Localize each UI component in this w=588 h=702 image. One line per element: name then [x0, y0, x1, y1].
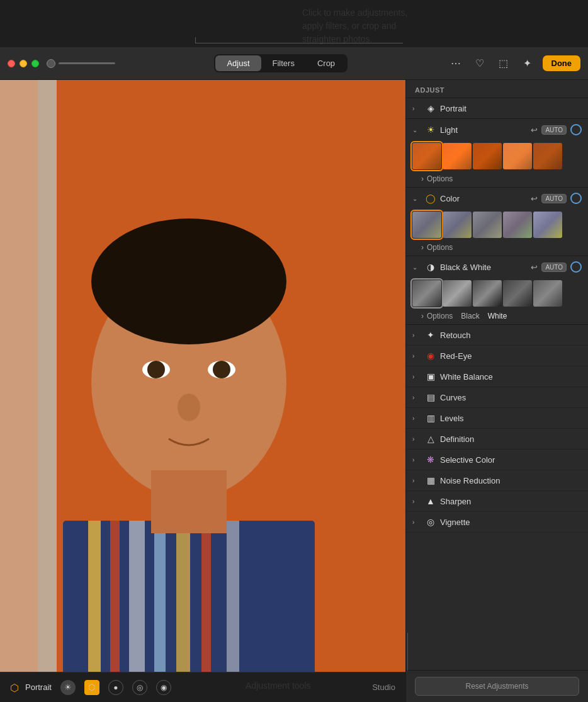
light-thumbnails: [406, 140, 588, 173]
section-portrait-header[interactable]: › ◈ Portrait: [406, 98, 588, 118]
crop-rotate-button[interactable]: ⬚: [495, 55, 512, 72]
bw-options-row[interactable]: › Options Black White: [406, 310, 588, 324]
tab-group: Adjust Filters Crop: [214, 54, 348, 72]
color-options-row[interactable]: › Options: [406, 242, 588, 256]
done-button[interactable]: Done: [543, 55, 581, 71]
color-thumb-5[interactable]: [533, 212, 562, 238]
retouch-label: Retouch: [440, 331, 470, 340]
bw-options-label: Options: [427, 312, 453, 320]
color-thumb-1[interactable]: [412, 212, 441, 238]
section-sharpen[interactable]: › ▲ Sharpen: [406, 491, 588, 512]
color-options-chevron-icon: ›: [421, 243, 424, 252]
svg-point-18: [213, 361, 230, 378]
chevron-down-bw-icon: ⌄: [412, 264, 421, 271]
color-thumbnails: [406, 209, 588, 242]
tab-adjust[interactable]: Adjust: [215, 55, 261, 71]
color-toggle-btn[interactable]: [570, 193, 582, 204]
selectivecolor-label: Selective Color: [440, 455, 495, 465]
light-toggle-btn[interactable]: [570, 124, 582, 135]
circle3-tool-btn[interactable]: ◉: [156, 680, 171, 695]
bw-thumb-4[interactable]: [503, 280, 532, 307]
section-noisereduction[interactable]: › ▦ Noise Reduction: [406, 470, 588, 491]
light-thumb-3[interactable]: [473, 143, 502, 169]
section-whitebalance[interactable]: › ▣ White Balance: [406, 366, 588, 387]
bw-options-white: White: [488, 312, 507, 320]
svg-rect-9: [176, 521, 190, 672]
svg-rect-5: [88, 521, 101, 672]
color-section-label: Color: [440, 194, 527, 203]
bw-auto-badge[interactable]: AUTO: [541, 263, 567, 272]
tab-filters[interactable]: Filters: [261, 55, 306, 71]
traffic-lights: [8, 60, 39, 67]
whitebalance-icon: ▣: [425, 371, 436, 382]
svg-point-19: [178, 393, 200, 421]
main-content: ⬡ Portrait ☀ ⬡ ● ◎ ◉ Studio ADJUST › ◈ P…: [0, 80, 588, 702]
heart-button[interactable]: ♡: [471, 55, 489, 72]
light-section-label: Light: [440, 125, 527, 135]
light-thumb-2[interactable]: [443, 143, 472, 169]
color-controls: ↩ AUTO: [531, 193, 582, 204]
light-options-row[interactable]: › Options: [406, 173, 588, 187]
light-thumb-5[interactable]: [533, 143, 562, 169]
color-thumb-3[interactable]: [473, 212, 502, 238]
sidebar: ADJUST › ◈ Portrait ⌄ ☀ Light ↩ AUTO: [405, 80, 588, 702]
cube-tool-btn[interactable]: ⬡: [84, 680, 99, 695]
color-auto-badge[interactable]: AUTO: [541, 194, 567, 203]
section-retouch[interactable]: › ✦ Retouch: [406, 325, 588, 346]
circle2-tool-btn[interactable]: ◎: [132, 680, 147, 695]
annotation-text: Adjustment tools: [246, 681, 311, 691]
bw-thumb-2[interactable]: [443, 280, 472, 307]
bw-thumb-1[interactable]: [412, 280, 441, 307]
maximize-button[interactable]: [31, 60, 39, 67]
section-light-header[interactable]: ⌄ ☀ Light ↩ AUTO: [406, 119, 588, 140]
light-undo-btn[interactable]: ↩: [531, 125, 538, 135]
definition-icon: △: [425, 434, 436, 444]
reset-adjustments-button[interactable]: Reset Adjustments: [415, 677, 579, 696]
section-redeye[interactable]: › ◉ Red-Eye: [406, 346, 588, 366]
bw-undo-btn[interactable]: ↩: [531, 263, 538, 272]
bw-thumb-5[interactable]: [533, 280, 562, 307]
section-bw-header[interactable]: ⌄ ◑ Black & White ↩ AUTO: [406, 256, 588, 278]
light-auto-badge[interactable]: AUTO: [541, 125, 567, 135]
photo-bottom-bar: ⬡ Portrait ☀ ⬡ ● ◎ ◉ Studio: [0, 672, 405, 702]
chevron-curves-icon: ›: [412, 394, 421, 401]
reset-btn-area: Reset Adjustments: [406, 670, 588, 702]
light-thumb-1[interactable]: [412, 143, 441, 169]
more-options-button[interactable]: ⋯: [447, 55, 465, 72]
svg-rect-2: [38, 80, 57, 672]
section-selectivecolor[interactable]: › ❋ Selective Color: [406, 450, 588, 470]
section-levels[interactable]: › ▥ Levels: [406, 408, 588, 429]
bw-icon: ◑: [425, 262, 436, 272]
svg-rect-7: [129, 521, 145, 672]
photo-area: ⬡ Portrait ☀ ⬡ ● ◎ ◉ Studio: [0, 80, 405, 702]
tab-crop[interactable]: Crop: [306, 55, 346, 71]
whitebalance-label: White Balance: [440, 372, 493, 382]
enhance-button[interactable]: ✦: [519, 55, 536, 72]
curves-icon: ▤: [425, 392, 436, 402]
light-options-label: Options: [427, 174, 453, 183]
close-button[interactable]: [8, 60, 15, 67]
sharpen-label: Sharpen: [440, 497, 471, 506]
section-vignette[interactable]: › ◎ Vignette: [406, 512, 588, 533]
levels-label: Levels: [440, 414, 464, 423]
minimize-button[interactable]: [20, 60, 27, 67]
color-thumb-2[interactable]: [443, 212, 472, 238]
portrait-section-label: Portrait: [440, 104, 582, 113]
bw-options-chevron-icon: ›: [421, 312, 424, 320]
section-curves[interactable]: › ▤ Curves: [406, 387, 588, 408]
color-options-label: Options: [427, 243, 453, 252]
color-undo-btn[interactable]: ↩: [531, 194, 538, 203]
bw-thumb-3[interactable]: [473, 280, 502, 307]
section-definition[interactable]: › △ Definition: [406, 429, 588, 450]
circle1-tool-btn[interactable]: ●: [108, 680, 123, 695]
section-color-header[interactable]: ⌄ ◯ Color ↩ AUTO: [406, 188, 588, 209]
sidebar-content: › ◈ Portrait ⌄ ☀ Light ↩ AUTO: [406, 98, 588, 670]
color-thumb-4[interactable]: [503, 212, 532, 238]
light-thumb-4[interactable]: [503, 143, 532, 169]
noisereduction-label: Noise Reduction: [440, 476, 500, 485]
bw-thumbnails: [406, 278, 588, 310]
selectivecolor-icon: ❋: [425, 455, 436, 465]
sun-tool-btn[interactable]: ☀: [60, 680, 76, 695]
brightness-slider[interactable]: [47, 59, 115, 68]
bw-toggle-btn[interactable]: [570, 261, 582, 273]
